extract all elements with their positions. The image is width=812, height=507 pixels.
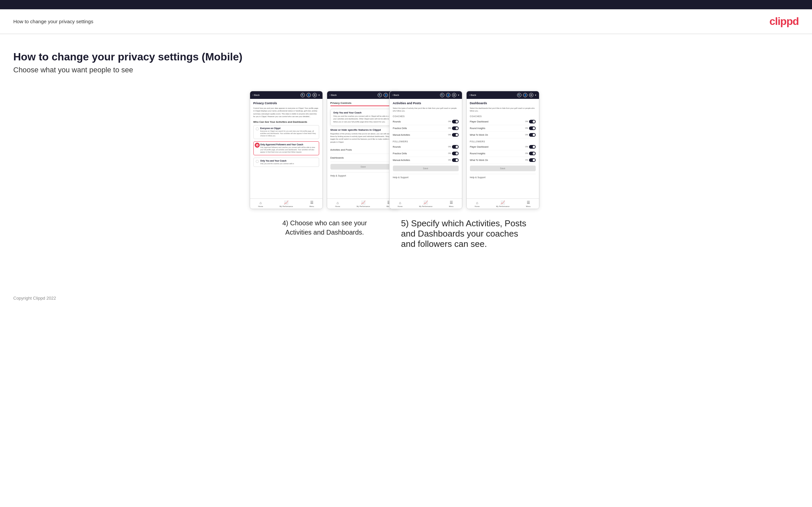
performance-icon-4: 📈 bbox=[501, 201, 505, 205]
tab-performance-2[interactable]: 📈 My Performance bbox=[357, 201, 370, 207]
manual-coaches-label: Manual Activities bbox=[393, 134, 410, 136]
help-support-label-3: Help & Support bbox=[393, 174, 459, 178]
on-text-work-followers: ON bbox=[525, 159, 528, 161]
work-on-followers-label: What To Work On bbox=[470, 159, 488, 161]
logo: clippd bbox=[769, 15, 799, 27]
phone-screen-1: ‹ Back 🔍 👤 ⊕ ▾ Privacy Controls Control … bbox=[250, 91, 323, 209]
toggle-manual-followers[interactable]: Manual Activities ON bbox=[393, 157, 459, 164]
search-icon-4[interactable]: 🔍 bbox=[517, 93, 521, 97]
activities-posts-menu-item[interactable]: Activities and Posts › bbox=[331, 146, 396, 154]
radio-approved[interactable]: Only Approved Followers and Your Coach O… bbox=[253, 142, 319, 155]
round-insights-followers-label: Round Insights bbox=[470, 152, 486, 155]
activities-posts-label: Activities and Posts bbox=[331, 148, 352, 151]
followers-label-4: FOLLOWERS bbox=[470, 140, 536, 143]
tab-home-2[interactable]: ⌂ Home bbox=[335, 201, 340, 207]
toggle-switch-drills-followers[interactable] bbox=[452, 152, 459, 155]
toggle-rounds-followers[interactable]: Rounds ON bbox=[393, 144, 459, 150]
dashboards-label: Dashboards bbox=[331, 156, 344, 159]
toggle-manual-coaches[interactable]: Manual Activities ON bbox=[393, 132, 459, 138]
profile-icon-2[interactable]: 👤 bbox=[384, 93, 388, 97]
search-icon-3[interactable]: 🔍 bbox=[440, 93, 444, 97]
toggle-on-round-followers: ON bbox=[525, 152, 536, 155]
back-button-3[interactable]: ‹ Back bbox=[392, 94, 399, 97]
toggle-work-on-coaches[interactable]: What To Work On ON bbox=[470, 132, 536, 138]
help-support-label-4: Help & Support bbox=[470, 174, 536, 178]
toggle-on-drills-coaches: ON bbox=[448, 126, 458, 130]
toggle-switch-player-followers[interactable] bbox=[529, 145, 536, 149]
more-icon-1[interactable]: ⊕ bbox=[312, 93, 317, 97]
save-button-4[interactable]: Save bbox=[470, 166, 536, 171]
toggle-switch-work-followers[interactable] bbox=[529, 158, 536, 162]
on-text-manual-followers: ON bbox=[448, 159, 451, 161]
menu-icon-4: ☰ bbox=[527, 201, 530, 205]
phone-bottom-bar-4: ⌂ Home 📈 My Performance ☰ Menu bbox=[467, 199, 539, 209]
toggle-round-insights-followers[interactable]: Round Insights ON bbox=[470, 150, 536, 157]
performance-label-4: My Performance bbox=[496, 206, 509, 207]
menu-icon-3: ☰ bbox=[450, 201, 453, 205]
more-icon-4[interactable]: ⊕ bbox=[529, 93, 534, 97]
toggle-player-dash-followers[interactable]: Player Dashboard ON bbox=[470, 144, 536, 150]
tab-performance-1[interactable]: 📈 My Performance bbox=[280, 201, 293, 207]
toggle-switch-manual-followers[interactable] bbox=[452, 158, 459, 162]
search-icon-2[interactable]: 🔍 bbox=[377, 93, 382, 97]
tab-home-4[interactable]: ⌂ Home bbox=[474, 201, 479, 207]
tab-home-3[interactable]: ⌂ Home bbox=[398, 201, 403, 207]
coaches-label-3: COACHES bbox=[393, 115, 459, 117]
toggle-drills-coaches[interactable]: Practice Drills ON bbox=[393, 125, 459, 132]
nav-icons-4: 🔍 👤 ⊕ ▾ bbox=[517, 93, 536, 97]
menu-icon-1: ☰ bbox=[310, 201, 313, 205]
activities-posts-desc: Select the types of activity that you'd … bbox=[393, 107, 459, 112]
on-text-work-coaches: ON bbox=[525, 134, 528, 136]
on-text-round-followers: ON bbox=[525, 152, 528, 154]
more-icon-3[interactable]: ⊕ bbox=[452, 93, 456, 97]
tab-home-1[interactable]: ⌂ Home bbox=[258, 201, 263, 207]
toggle-on-rounds-coaches: ON bbox=[448, 120, 458, 123]
tab-performance-3[interactable]: 📈 My Performance bbox=[419, 201, 433, 207]
back-button-4[interactable]: ‹ Back bbox=[469, 94, 476, 97]
toggle-drills-followers[interactable]: Practice Drills ON bbox=[393, 150, 459, 157]
toggle-on-drills-followers: ON bbox=[448, 152, 458, 155]
toggle-rounds-coaches[interactable]: Rounds ON bbox=[393, 118, 459, 125]
dashboards-menu-item[interactable]: Dashboards › bbox=[331, 154, 396, 162]
radio-everyone[interactable]: Everyone on Clippd Everyone on Clippd ca… bbox=[253, 125, 319, 139]
profile-icon-4[interactable]: 👤 bbox=[523, 93, 527, 97]
tab-menu-4[interactable]: ☰ Menu bbox=[526, 201, 531, 207]
back-button-1[interactable]: ‹ Back bbox=[253, 94, 260, 97]
search-icon-1[interactable]: 🔍 bbox=[301, 93, 305, 97]
performance-label-1: My Performance bbox=[280, 206, 293, 207]
menu-label-1: Menu bbox=[309, 206, 314, 207]
radio-text-only-you: Only You and Your Coach Only you and the… bbox=[260, 160, 317, 165]
chevron-down-icon-3: ▾ bbox=[458, 94, 459, 97]
toggle-switch-drills-coaches[interactable] bbox=[452, 126, 459, 130]
toggle-switch-manual-coaches[interactable] bbox=[452, 133, 459, 137]
toggle-switch-rounds-coaches[interactable] bbox=[452, 120, 459, 123]
toggle-switch-rounds-followers[interactable] bbox=[452, 145, 459, 149]
toggle-round-insights-coaches[interactable]: Round Insights ON bbox=[470, 125, 536, 132]
rounds-coaches-label: Rounds bbox=[393, 120, 401, 123]
tab-menu-1[interactable]: ☰ Menu bbox=[309, 201, 314, 207]
back-button-2[interactable]: ‹ Back bbox=[330, 94, 337, 97]
show-hide-text: Regardless of the privacy controls that … bbox=[331, 132, 396, 143]
screenshots-row: ‹ Back 🔍 👤 ⊕ ▾ Privacy Controls Control … bbox=[13, 91, 799, 249]
save-button-3[interactable]: Save bbox=[393, 166, 459, 171]
profile-icon-1[interactable]: 👤 bbox=[307, 93, 311, 97]
rounds-followers-label: Rounds bbox=[393, 146, 401, 148]
radio-only-you[interactable]: Only You and Your Coach Only you and the… bbox=[253, 158, 319, 167]
toggle-switch-player-coaches[interactable] bbox=[529, 120, 536, 123]
toggle-work-on-followers[interactable]: What To Work On ON bbox=[470, 157, 536, 164]
tab-menu-3[interactable]: ☰ Menu bbox=[449, 201, 454, 207]
save-button-2[interactable]: Save bbox=[331, 164, 396, 170]
show-hide-title: Show or hide specific features in Clippd bbox=[331, 128, 396, 131]
profile-icon-3[interactable]: 👤 bbox=[446, 93, 450, 97]
activities-posts-title: Activities and Posts bbox=[393, 102, 459, 105]
home-icon-1: ⌂ bbox=[259, 201, 262, 205]
privacy-body-text: Control how you and your data appears to… bbox=[253, 107, 319, 118]
toggle-player-dash-coaches[interactable]: Player Dashboard ON bbox=[470, 118, 536, 125]
tab-performance-4[interactable]: 📈 My Performance bbox=[496, 201, 509, 207]
radio-dot-only-you bbox=[256, 160, 259, 163]
performance-icon-2: 📈 bbox=[361, 201, 366, 205]
toggle-switch-round-coaches[interactable] bbox=[529, 126, 536, 130]
toggle-switch-round-followers[interactable] bbox=[529, 152, 536, 155]
toggle-switch-work-coaches[interactable] bbox=[529, 133, 536, 137]
tooltip-box: Only You and Your Coach Only you and the… bbox=[331, 109, 396, 126]
